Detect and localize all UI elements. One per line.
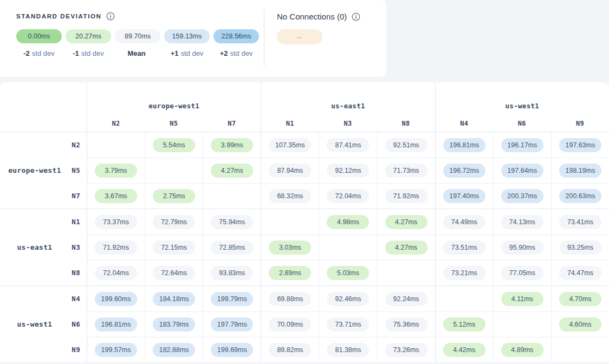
latency-pill[interactable]: 197.79ms [211,317,253,332]
latency-pill[interactable]: 4.70ms [559,292,601,306]
matrix-cell: 182.88ms [145,337,203,362]
latency-pill[interactable]: 199.79ms [211,292,253,306]
latency-pill[interactable]: 199.57ms [95,343,137,357]
latency-pill[interactable]: 197.40ms [443,189,485,203]
latency-pill[interactable]: 73.41ms [559,215,601,229]
latency-pill[interactable]: 5.03ms [327,266,369,280]
latency-pill[interactable]: 87.41ms [327,138,369,152]
latency-pill[interactable]: 200.63ms [559,189,601,203]
latency-pill[interactable]: 73.71ms [327,317,369,332]
latency-pill[interactable]: 92.24ms [385,292,427,306]
matrix-cell: 197.63ms [551,132,609,158]
latency-pill[interactable]: 92.12ms [327,164,369,178]
latency-pill[interactable]: 81.38ms [327,343,369,357]
matrix-cell: 3.99ms [203,132,261,158]
latency-pill[interactable]: 89.82ms [269,343,311,357]
latency-pill[interactable]: 2.89ms [269,266,311,280]
latency-pill[interactable]: 3.99ms [211,138,253,152]
latency-pill[interactable]: 75.94ms [211,215,253,229]
latency-pill[interactable]: 87.94ms [269,164,311,178]
latency-pill[interactable]: 2.75ms [153,189,195,203]
matrix-cell-self [377,260,435,285]
latency-pill[interactable]: 69.88ms [269,292,311,306]
matrix-cell: 4.42ms [435,337,493,362]
latency-pill[interactable]: 4.11ms [501,292,543,306]
latency-pill[interactable]: 72.04ms [95,266,137,280]
latency-pill[interactable]: 196.72ms [443,164,485,178]
latency-pill[interactable]: 70.09ms [269,317,311,332]
latency-pill[interactable]: 196.17ms [501,138,543,152]
latency-pill[interactable]: 5.54ms [153,138,195,152]
matrix-cell: 4.70ms [551,286,609,311]
latency-pill[interactable]: 73.37ms [95,215,137,229]
column-group-region-label: europe-west1 [87,82,261,115]
latency-pill[interactable]: 72.15ms [153,240,195,255]
latency-pill[interactable]: 196.81ms [443,138,485,152]
latency-pill[interactable]: 75.36ms [385,317,427,332]
matrix-cell: 71.92ms [87,235,145,260]
latency-pill[interactable]: 74.49ms [443,215,485,229]
latency-pill[interactable]: 93.83ms [211,266,253,280]
latency-pill[interactable]: 73.21ms [443,266,485,280]
latency-pill[interactable]: 72.79ms [153,215,195,229]
matrix-cell: 5.12ms [435,311,493,337]
latency-pill[interactable]: 72.85ms [211,240,253,255]
row-node-label: N5 [69,158,87,183]
latency-pill[interactable]: 74.13ms [501,215,543,229]
latency-pill[interactable]: 200.37ms [501,189,543,203]
latency-pill[interactable]: 71.73ms [385,164,427,178]
matrix-cell: 184.18ms [145,286,203,311]
matrix-cell: 75.94ms [203,209,261,235]
matrix-cell: 4.27ms [377,209,435,235]
latency-pill[interactable]: 92.46ms [327,292,369,306]
latency-pill[interactable]: 4.27ms [385,240,427,255]
latency-pill[interactable]: 107.35ms [269,138,311,152]
latency-pill[interactable]: 4.27ms [211,164,253,178]
latency-pill[interactable]: 5.12ms [443,317,485,332]
latency-pill[interactable]: 74.47ms [559,266,601,280]
no-connections-legend: No Connections (0) -- [277,12,360,44]
matrix-cell: 196.17ms [493,132,551,158]
latency-pill[interactable]: 199.60ms [95,292,137,306]
latency-pill[interactable]: 3.03ms [269,240,311,255]
matrix-cell: 196.81ms [87,311,145,337]
latency-pill[interactable]: 183.79ms [153,317,195,332]
latency-pill[interactable]: 92.51ms [385,138,427,152]
std-dev-stop: 228.56ms +2std dev [213,29,259,57]
latency-pill[interactable]: 184.18ms [153,292,195,306]
row-node-label: N3 [69,235,87,260]
info-icon[interactable] [106,12,115,21]
latency-pill[interactable]: 71.92ms [95,240,137,255]
latency-pill[interactable]: 3.67ms [95,189,137,203]
latency-pill[interactable]: 4.42ms [443,343,485,357]
latency-pill[interactable]: 3.79ms [95,164,137,178]
latency-pill[interactable]: 197.64ms [501,164,543,178]
latency-pill[interactable]: 95.90ms [501,240,543,255]
latency-pill[interactable]: 4.89ms [501,343,543,357]
latency-pill[interactable]: 199.69ms [211,343,253,357]
latency-pill[interactable]: 93.25ms [559,240,601,255]
latency-pill[interactable]: 4.60ms [559,317,601,332]
matrix-column-header: europe-west1N2N5N7us-east1N1N3N8us-west1… [0,82,609,132]
matrix-cell: 72.15ms [145,235,203,260]
matrix-cell: 69.88ms [261,286,319,311]
latency-pill[interactable]: 73.51ms [443,240,485,255]
latency-pill[interactable]: 198.19ms [559,164,601,178]
latency-pill[interactable]: 182.88ms [153,343,195,357]
latency-pill[interactable]: 72.04ms [327,189,369,203]
info-icon[interactable] [352,12,360,21]
latency-pill[interactable]: 73.26ms [385,343,427,357]
column-node-label: N2 [87,115,145,132]
latency-pill[interactable]: 4.27ms [385,215,427,229]
latency-pill[interactable]: 4.98ms [327,215,369,229]
matrix-cell: 89.82ms [261,337,319,362]
latency-pill[interactable]: 196.81ms [95,317,137,332]
latency-pill[interactable]: 197.63ms [559,138,601,152]
latency-pill[interactable]: 68.32ms [269,189,311,203]
latency-pill[interactable]: 72.64ms [153,266,195,280]
matrix-cell: 93.25ms [551,235,609,260]
latency-pill[interactable]: 77.05ms [501,266,543,280]
matrix-cell-self [493,311,551,337]
matrix-cell: 196.81ms [435,132,493,158]
latency-pill[interactable]: 71.92ms [385,189,427,203]
